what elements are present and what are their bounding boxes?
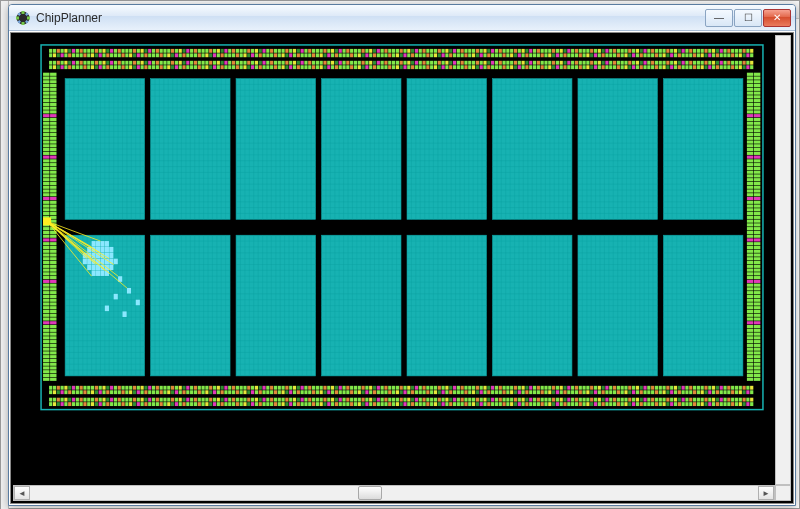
svg-rect-2531 bbox=[123, 311, 127, 317]
svg-rect-489 bbox=[461, 61, 464, 65]
svg-rect-1188 bbox=[304, 398, 307, 402]
svg-rect-1505 bbox=[43, 125, 49, 128]
svg-rect-1230 bbox=[464, 398, 467, 402]
svg-rect-575 bbox=[83, 65, 86, 69]
svg-rect-265 bbox=[312, 53, 315, 57]
svg-rect-340 bbox=[598, 53, 601, 57]
svg-rect-18 bbox=[76, 49, 79, 53]
svg-rect-1519 bbox=[43, 178, 49, 181]
floorplan-canvas[interactable] bbox=[21, 39, 783, 475]
svg-rect-769 bbox=[118, 386, 121, 390]
svg-rect-1517 bbox=[43, 171, 49, 174]
svg-rect-1725 bbox=[747, 336, 753, 339]
svg-rect-603 bbox=[190, 65, 193, 69]
svg-rect-187 bbox=[720, 49, 723, 53]
svg-rect-433 bbox=[247, 61, 250, 65]
svg-rect-1764 bbox=[754, 174, 760, 177]
svg-rect-1319 bbox=[99, 402, 102, 406]
svg-rect-358 bbox=[666, 53, 669, 57]
svg-rect-1027 bbox=[396, 390, 399, 394]
svg-rect-1357 bbox=[243, 402, 246, 406]
svg-rect-1418 bbox=[476, 402, 479, 406]
svg-rect-92 bbox=[358, 49, 361, 53]
svg-rect-379 bbox=[746, 53, 749, 57]
svg-rect-1004 bbox=[308, 390, 311, 394]
svg-rect-1784 bbox=[754, 250, 760, 253]
vertical-scrollbar[interactable] bbox=[775, 35, 791, 485]
svg-rect-961 bbox=[144, 390, 147, 394]
svg-rect-1104 bbox=[689, 390, 692, 394]
svg-rect-1740 bbox=[754, 84, 760, 87]
svg-rect-1215 bbox=[407, 398, 410, 402]
svg-rect-173 bbox=[666, 49, 669, 53]
svg-rect-1342 bbox=[186, 402, 189, 406]
svg-rect-1800 bbox=[754, 310, 760, 313]
svg-rect-584 bbox=[118, 65, 121, 69]
svg-rect-742 bbox=[720, 65, 723, 69]
svg-rect-1771 bbox=[754, 201, 760, 204]
svg-rect-116 bbox=[449, 49, 452, 53]
svg-rect-65 bbox=[255, 49, 258, 53]
svg-rect-1602 bbox=[50, 182, 56, 185]
svg-rect-255 bbox=[274, 53, 277, 57]
svg-rect-932 bbox=[739, 386, 742, 390]
svg-rect-1509 bbox=[43, 140, 49, 143]
svg-rect-1518 bbox=[43, 174, 49, 177]
svg-rect-229 bbox=[175, 53, 178, 57]
svg-rect-245 bbox=[236, 53, 239, 57]
svg-rect-1217 bbox=[415, 398, 418, 402]
svg-rect-172 bbox=[662, 49, 665, 53]
svg-rect-1496 bbox=[43, 92, 49, 95]
svg-rect-1410 bbox=[445, 402, 448, 406]
svg-rect-1034 bbox=[422, 390, 425, 394]
svg-rect-749 bbox=[746, 65, 749, 69]
svg-rect-146 bbox=[563, 49, 566, 53]
svg-rect-1037 bbox=[434, 390, 437, 394]
svg-rect-111 bbox=[430, 49, 433, 53]
svg-rect-1810 bbox=[754, 348, 760, 351]
scroll-track[interactable] bbox=[30, 486, 758, 500]
svg-rect-160 bbox=[617, 49, 620, 53]
svg-rect-206 bbox=[87, 53, 90, 57]
svg-rect-1636 bbox=[50, 310, 56, 313]
svg-rect-1381 bbox=[335, 402, 338, 406]
svg-rect-1573 bbox=[50, 73, 56, 76]
svg-rect-805 bbox=[255, 386, 258, 390]
scroll-left-button[interactable]: ◄ bbox=[14, 486, 30, 500]
svg-rect-906 bbox=[640, 386, 643, 390]
svg-rect-109 bbox=[422, 49, 425, 53]
svg-rect-1222 bbox=[434, 398, 437, 402]
svg-rect-757 bbox=[72, 386, 75, 390]
svg-rect-1726 bbox=[747, 340, 753, 343]
scroll-right-button[interactable]: ► bbox=[758, 486, 774, 500]
svg-rect-1068 bbox=[552, 390, 555, 394]
scroll-thumb[interactable] bbox=[358, 486, 382, 500]
svg-rect-53 bbox=[209, 49, 212, 53]
window-controls: — ☐ ✕ bbox=[705, 9, 791, 27]
resize-grip-icon[interactable] bbox=[775, 485, 791, 501]
svg-rect-939 bbox=[61, 390, 64, 394]
maximize-button[interactable]: ☐ bbox=[734, 9, 762, 27]
svg-rect-1102 bbox=[682, 390, 685, 394]
horizontal-scrollbar[interactable]: ◄ ► bbox=[13, 485, 775, 501]
svg-rect-1601 bbox=[50, 178, 56, 181]
svg-rect-2494 bbox=[105, 241, 109, 247]
svg-rect-756 bbox=[68, 386, 71, 390]
svg-rect-1036 bbox=[430, 390, 433, 394]
svg-rect-20 bbox=[83, 49, 86, 53]
svg-rect-241 bbox=[221, 53, 224, 57]
svg-rect-800 bbox=[236, 386, 239, 390]
svg-rect-1539 bbox=[43, 253, 49, 256]
minimize-button[interactable]: — bbox=[705, 9, 733, 27]
svg-rect-920 bbox=[693, 386, 696, 390]
svg-rect-376 bbox=[735, 53, 738, 57]
svg-rect-974 bbox=[194, 390, 197, 394]
titlebar[interactable]: ChipPlanner — ☐ ✕ bbox=[9, 5, 795, 31]
svg-rect-83 bbox=[323, 49, 326, 53]
svg-rect-1070 bbox=[560, 390, 563, 394]
close-button[interactable]: ✕ bbox=[763, 9, 791, 27]
svg-rect-1510 bbox=[43, 144, 49, 147]
svg-rect-1564 bbox=[43, 348, 49, 351]
svg-rect-553 bbox=[704, 61, 707, 65]
svg-rect-377 bbox=[739, 53, 742, 57]
